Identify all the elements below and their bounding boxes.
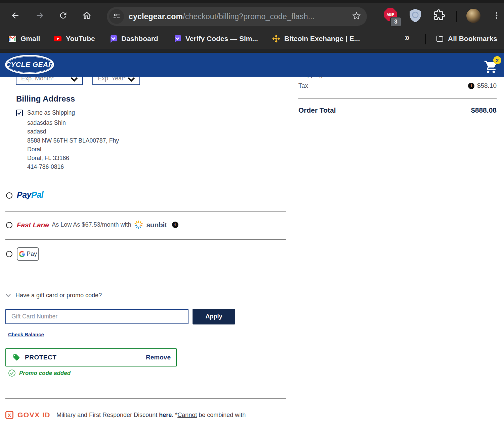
- giftcard-toggle-label: Have a gift card or promo code?: [15, 292, 102, 299]
- profile-avatar[interactable]: [466, 9, 480, 23]
- bookmark-youtube[interactable]: YouTube: [54, 32, 95, 45]
- url-domain: cyclegear.com: [129, 12, 183, 21]
- sunbit-sunburst-icon: [134, 220, 143, 229]
- same-as-shipping-label: Same as Shipping: [27, 109, 75, 116]
- all-bookmarks-label: All Bookmarks: [448, 35, 497, 43]
- section-divider: [5, 278, 286, 278]
- google-g-icon: [19, 251, 25, 257]
- chrome-gap-strip: [0, 49, 504, 53]
- address-bar[interactable]: cyclegear.com/checkout/billing?promo_cod…: [107, 7, 367, 26]
- site-header: CYCLE GEAR 2: [0, 53, 504, 77]
- apply-button[interactable]: Apply: [193, 309, 235, 324]
- cart-button[interactable]: 2: [483, 57, 502, 74]
- section-divider: [5, 239, 286, 240]
- same-as-shipping-checkbox[interactable]: [16, 110, 23, 116]
- binance-icon: [272, 35, 280, 43]
- cart-count-badge: 2: [493, 56, 501, 64]
- fastlane-info-icon[interactable]: i: [172, 222, 178, 228]
- reload-button[interactable]: [56, 9, 70, 22]
- cyclegear-logo-text: CYCLE GEAR: [6, 61, 54, 69]
- chevron-down-icon: [127, 77, 135, 82]
- bookmark-label: Bitcoin Exchange | E...: [284, 35, 360, 43]
- bookmark-bitcoin-exchange[interactable]: Bitcoin Exchange | E...: [272, 32, 360, 45]
- giftcard-toggle[interactable]: Have a gift card or promo code?: [5, 292, 102, 299]
- home-button[interactable]: [80, 9, 93, 22]
- govx-text: Military and First Responder Discount he…: [56, 412, 246, 419]
- address-line: 414-786-0816: [27, 162, 119, 171]
- site-settings-button[interactable]: [109, 9, 124, 24]
- reload-icon: [58, 11, 68, 20]
- billing-address-heading: Billing Address: [16, 94, 75, 104]
- bookmarks-overflow-button[interactable]: »: [405, 32, 410, 43]
- url-text[interactable]: cyclegear.com/checkout/billing?promo_cod…: [129, 12, 351, 21]
- chevron-down-icon: [5, 294, 11, 298]
- promo-code-label: PROTECT: [25, 354, 56, 361]
- bookmark-label: Dashboard: [121, 35, 158, 43]
- remove-promo-link[interactable]: Remove: [146, 354, 171, 361]
- section-divider: [5, 211, 286, 211]
- paypal-radio[interactable]: [6, 192, 12, 199]
- section-divider: [5, 398, 286, 399]
- checkmark-icon: [17, 111, 22, 115]
- fastlane-radio[interactable]: [6, 222, 12, 228]
- govx-cannot-link[interactable]: Cannot: [177, 412, 197, 418]
- address-line: sadasdas Shin: [27, 118, 119, 127]
- tax-label: Tax: [298, 82, 308, 89]
- order-total-value: $888.08: [471, 106, 497, 114]
- gpay-label: Pay: [27, 250, 37, 258]
- order-total-label: Order Total: [298, 106, 336, 114]
- shield-extension-button[interactable]: [409, 8, 422, 24]
- address-line: Doral: [27, 145, 119, 154]
- kebab-menu-icon: [492, 11, 501, 20]
- billing-address-block: sadasdas Shin sadasd 8588 NW 56TH ST BLA…: [27, 118, 119, 171]
- forward-arrow-icon: [35, 10, 45, 21]
- address-line: Doral, FL 33166: [27, 154, 119, 162]
- all-bookmarks-button[interactable]: All Bookmarks: [436, 32, 497, 45]
- purple-bubble-icon: [173, 35, 181, 43]
- adblock-badge: 3: [390, 17, 402, 27]
- fastlane-offer: As Low As $67.53/month with: [52, 221, 131, 228]
- bookmark-star-button[interactable]: [351, 11, 362, 22]
- govx-logo-icon[interactable]: X: [5, 411, 13, 419]
- bookmark-verify-codes[interactable]: Verify Codes — Sim...: [173, 32, 258, 45]
- browser-menu-button[interactable]: [490, 9, 503, 22]
- check-circle-icon: [8, 369, 16, 377]
- url-path: /checkout/billing?promo_code_flash...: [183, 12, 314, 21]
- adblock-icon-label: ABP: [386, 12, 394, 16]
- address-line: sadasd: [27, 127, 119, 136]
- shield-icon: [409, 8, 422, 23]
- cyclegear-logo[interactable]: CYCLE GEAR: [5, 55, 54, 74]
- gpay-radio[interactable]: [6, 251, 12, 257]
- paypal-logo: PayPal: [17, 190, 43, 200]
- govx-text-1: Military and First Responder Discount: [56, 412, 159, 418]
- youtube-icon: [54, 35, 62, 43]
- bookmark-dashboard[interactable]: Dashboard: [109, 32, 158, 45]
- bookmark-label: YouTube: [66, 35, 95, 43]
- check-balance-link[interactable]: Check Balance: [8, 332, 44, 337]
- fastlane-name: Fast Lane: [17, 221, 49, 229]
- promo-status: Promo code added: [8, 369, 71, 377]
- summary-divider: [298, 98, 497, 99]
- summary-total-row: Order Total $888.08: [298, 106, 497, 114]
- tax-info-icon[interactable]: i: [468, 83, 474, 89]
- tag-icon: [13, 354, 20, 361]
- gpay-button[interactable]: Pay: [17, 247, 39, 261]
- bookmark-gmail[interactable]: Gmail: [8, 32, 40, 45]
- extensions-button[interactable]: [433, 9, 446, 23]
- back-button[interactable]: [9, 9, 22, 22]
- section-divider: [5, 182, 286, 182]
- bookmark-label: Gmail: [20, 35, 40, 43]
- bookmarks-separator: [425, 34, 426, 44]
- govx-wordmark[interactable]: GOVX ID: [17, 411, 50, 419]
- browser-window: cyclegear.com/checkout/billing?promo_cod…: [0, 0, 504, 424]
- applied-promo-box: PROTECT Remove: [5, 348, 177, 367]
- giftcard-number-input[interactable]: [5, 309, 188, 324]
- govx-here-link[interactable]: here: [159, 412, 172, 418]
- adblock-extension-button[interactable]: ABP 3: [384, 8, 397, 21]
- toolbar-separator: [456, 11, 457, 22]
- window-top-edge: [0, 0, 504, 3]
- bookmark-label: Verify Codes — Sim...: [185, 35, 258, 43]
- back-arrow-icon: [10, 10, 20, 21]
- forward-button[interactable]: [33, 9, 46, 22]
- purple-bubble-icon: [109, 35, 117, 43]
